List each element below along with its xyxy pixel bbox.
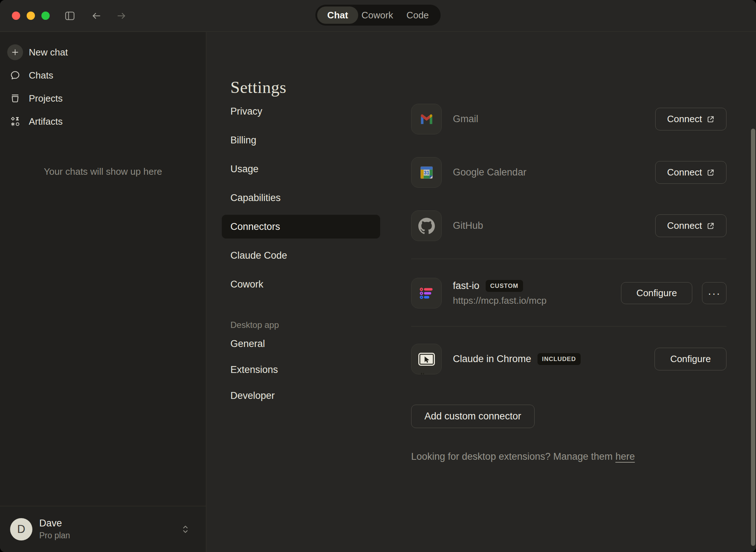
nav-label: Privacy bbox=[230, 106, 262, 117]
connect-label: Connect bbox=[667, 113, 702, 125]
connect-label: Connect bbox=[667, 167, 702, 178]
nav-label: Capabilities bbox=[230, 192, 281, 204]
plus-icon bbox=[7, 44, 23, 60]
tab-code-label: Code bbox=[406, 10, 429, 21]
settings-nav: Privacy Billing Usage Capabilities Conne… bbox=[222, 99, 380, 411]
configure-fast-io-button[interactable]: Configure bbox=[621, 282, 692, 304]
connect-google-calendar-button[interactable]: Connect bbox=[655, 161, 726, 184]
nav-label: Cowork bbox=[230, 279, 264, 290]
connector-name: fast-io bbox=[453, 280, 480, 291]
settings-nav-claude-code[interactable]: Claude Code bbox=[222, 244, 380, 267]
nav-label: Developer bbox=[230, 390, 275, 401]
divider bbox=[411, 259, 726, 259]
connector-row-claude-in-chrome: Claude in Chrome INCLUDED Configure bbox=[411, 344, 726, 374]
traffic-lights bbox=[12, 12, 50, 20]
minimize-window-button[interactable] bbox=[27, 12, 35, 20]
scrollbar-thumb[interactable] bbox=[751, 129, 755, 546]
configure-claude-in-chrome-button[interactable]: Configure bbox=[654, 348, 726, 370]
nav-label: Extensions bbox=[230, 364, 278, 375]
divider bbox=[411, 326, 726, 326]
manage-here-link[interactable]: here bbox=[615, 451, 635, 462]
connect-gmail-button[interactable]: Connect bbox=[655, 108, 726, 130]
mode-tab-group: Chat Cowork Code bbox=[315, 5, 441, 26]
sidebar-item-label: New chat bbox=[29, 47, 68, 58]
sidebar-item-projects[interactable]: Projects bbox=[0, 87, 206, 110]
settings-nav-extensions[interactable]: Extensions bbox=[222, 359, 380, 380]
chat-bubble-icon bbox=[7, 67, 23, 83]
sidebar-item-label: Artifacts bbox=[29, 116, 63, 127]
connector-row-github: GitHub Connect bbox=[411, 210, 726, 241]
settings-nav-capabilities[interactable]: Capabilities bbox=[222, 186, 380, 210]
settings-nav-billing[interactable]: Billing bbox=[222, 128, 380, 152]
external-link-icon bbox=[707, 222, 715, 230]
svg-text:31: 31 bbox=[424, 170, 429, 175]
chevron-up-down-icon[interactable] bbox=[181, 524, 189, 535]
settings-nav-section-desktop-app: Desktop app bbox=[222, 317, 380, 333]
connector-name: Gmail bbox=[453, 113, 478, 125]
claude-in-chrome-icon bbox=[411, 344, 442, 374]
sidebar-nav: New chat Chats Projects bbox=[0, 32, 206, 133]
settings-nav-privacy[interactable]: Privacy bbox=[222, 99, 380, 123]
sidebar-item-chats[interactable]: Chats bbox=[0, 64, 206, 87]
connector-row-google-calendar: 31 Google Calendar Connect bbox=[411, 157, 726, 188]
close-window-button[interactable] bbox=[12, 12, 20, 20]
sidebar: New chat Chats Projects bbox=[0, 32, 206, 552]
google-calendar-icon: 31 bbox=[411, 157, 442, 188]
connector-name: Google Calendar bbox=[453, 167, 526, 178]
nav-label: Usage bbox=[230, 164, 258, 175]
fast-io-info: fast-io CUSTOM https://mcp.fast.io/mcp bbox=[453, 280, 546, 306]
user-menu[interactable]: D Dave Pro plan bbox=[0, 506, 206, 552]
custom-badge: CUSTOM bbox=[486, 280, 523, 292]
add-custom-connector-button[interactable]: Add custom connector bbox=[411, 405, 535, 428]
box-icon bbox=[7, 90, 23, 106]
more-options-button[interactable]: ··· bbox=[702, 282, 726, 304]
connect-label: Connect bbox=[667, 220, 702, 231]
title-bar: Chat Cowork Code bbox=[0, 0, 756, 32]
user-info: Dave Pro plan bbox=[39, 518, 70, 540]
settings-page: Settings Privacy Billing Usage Capabilit… bbox=[207, 32, 756, 552]
back-arrow-icon[interactable] bbox=[91, 11, 102, 21]
tab-cowork-label: Cowork bbox=[361, 10, 393, 21]
desktop-extensions-note: Looking for desktop extensions? Manage t… bbox=[411, 451, 726, 462]
settings-nav-usage[interactable]: Usage bbox=[222, 157, 380, 181]
connector-url: https://mcp.fast.io/mcp bbox=[453, 295, 546, 306]
connectors-panel: Gmail Connect 31 bbox=[411, 104, 726, 462]
external-link-icon bbox=[707, 115, 715, 123]
sidebar-toggle-icon[interactable] bbox=[65, 11, 75, 21]
connect-github-button[interactable]: Connect bbox=[655, 214, 726, 237]
connector-row-gmail: Gmail Connect bbox=[411, 104, 726, 134]
connector-name: Claude in Chrome bbox=[453, 353, 531, 365]
sidebar-item-label: Chats bbox=[29, 70, 53, 81]
claude-in-chrome-info: Claude in Chrome INCLUDED bbox=[453, 353, 581, 365]
user-name: Dave bbox=[39, 518, 70, 528]
gmail-icon bbox=[411, 104, 442, 134]
configure-label: Configure bbox=[636, 288, 677, 299]
user-plan: Pro plan bbox=[39, 531, 70, 540]
github-icon bbox=[411, 210, 442, 241]
nav-label: Billing bbox=[230, 135, 256, 146]
nav-label: Connectors bbox=[230, 221, 280, 232]
page-title: Settings bbox=[230, 77, 286, 97]
external-link-icon bbox=[707, 169, 715, 177]
zoom-window-button[interactable] bbox=[41, 12, 50, 20]
fast-io-icon bbox=[411, 278, 442, 308]
settings-nav-cowork[interactable]: Cowork bbox=[222, 272, 380, 296]
sidebar-item-artifacts[interactable]: Artifacts bbox=[0, 110, 206, 133]
tab-cowork[interactable]: Cowork bbox=[358, 6, 396, 24]
sidebar-item-label: Projects bbox=[29, 93, 63, 104]
nav-label: Claude Code bbox=[230, 250, 287, 261]
settings-nav-general[interactable]: General bbox=[222, 333, 380, 355]
note-text: Looking for desktop extensions? Manage t… bbox=[411, 451, 613, 462]
tab-code[interactable]: Code bbox=[396, 6, 439, 24]
included-badge: INCLUDED bbox=[537, 353, 581, 365]
settings-nav-connectors[interactable]: Connectors bbox=[222, 215, 380, 239]
connector-name: GitHub bbox=[453, 220, 483, 231]
app-window: Chat Cowork Code New chat bbox=[0, 0, 756, 552]
settings-nav-developer[interactable]: Developer bbox=[222, 385, 380, 406]
avatar-initial: D bbox=[17, 523, 25, 536]
forward-arrow-icon[interactable] bbox=[116, 11, 126, 21]
shapes-icon bbox=[7, 113, 23, 129]
tab-chat[interactable]: Chat bbox=[317, 6, 358, 24]
sidebar-item-new-chat[interactable]: New chat bbox=[0, 41, 206, 64]
connector-row-fast-io: fast-io CUSTOM https://mcp.fast.io/mcp C… bbox=[411, 278, 726, 308]
